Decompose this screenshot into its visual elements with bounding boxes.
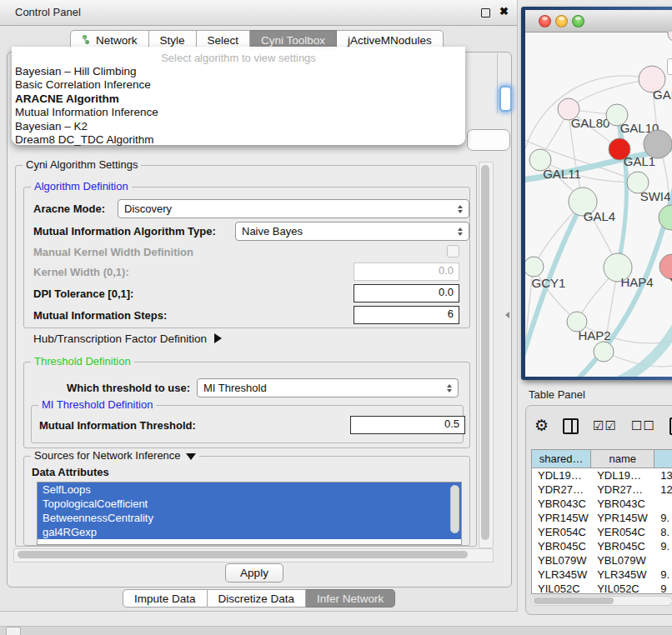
which-threshold-value: MI Threshold bbox=[203, 382, 267, 394]
bottom-tab-label: Impute Data bbox=[134, 592, 196, 605]
which-threshold-select[interactable]: MI Threshold bbox=[197, 378, 459, 398]
close-icon[interactable]: ✖ bbox=[499, 5, 509, 18]
dropdown-item[interactable]: Dream8 DC_TDC Algorithm bbox=[15, 133, 462, 147]
table-row[interactable]: YDL19…YDL19…13 bbox=[532, 468, 672, 482]
dropdown-item[interactable]: ARACNE Algorithm bbox=[15, 92, 462, 106]
attribute-list-item[interactable]: TopologicalCoefficient bbox=[38, 497, 461, 511]
table-header-cell[interactable]: shared… bbox=[532, 450, 591, 468]
table-toolbar: ⚙ ☑☑ ☐☐ bbox=[534, 416, 672, 436]
hidden-combobox-fragment bbox=[467, 129, 510, 151]
network-node[interactable] bbox=[659, 205, 672, 230]
panel-divider-collapse-icon[interactable] bbox=[505, 312, 509, 318]
close-traffic-light-icon[interactable] bbox=[539, 15, 551, 28]
attribute-list-item[interactable]: gal4RGexp bbox=[38, 525, 461, 539]
network-window-titlebar[interactable] bbox=[525, 10, 672, 32]
zoom-traffic-light-icon[interactable] bbox=[572, 15, 584, 28]
hub-definition-toggle[interactable]: Hub/Transcription Factor Definition bbox=[33, 332, 222, 345]
table-header-cell[interactable] bbox=[654, 450, 672, 468]
table-row[interactable]: YBR045CYBR045C9. bbox=[532, 539, 672, 553]
table-cell: YER054C bbox=[591, 525, 654, 539]
bottom-tab-discretize-data[interactable]: Discretize Data bbox=[208, 589, 307, 608]
dropdown-item-list: Bayesian – Hill ClimbingBasic Correlatio… bbox=[15, 65, 462, 147]
table-row[interactable]: YDR27…YDR27…12 bbox=[532, 482, 672, 497]
mi-threshold-input[interactable]: 0.5 bbox=[350, 416, 465, 434]
table-cell: 9. bbox=[654, 568, 672, 582]
gear-icon[interactable]: ⚙ bbox=[534, 418, 549, 434]
network-node[interactable] bbox=[644, 130, 672, 158]
mi-type-select[interactable]: Naive Bayes bbox=[235, 222, 469, 241]
table-cell: YLR345W bbox=[532, 568, 591, 582]
table-cell: YDR27… bbox=[591, 482, 654, 497]
table-body: YDL19…YDL19…13YDR27…YDR27…12YBR043CYBR04… bbox=[532, 468, 672, 594]
sources-legend[interactable]: Sources for Network Inference bbox=[31, 449, 199, 462]
settings-vertical-scrollbar[interactable] bbox=[479, 162, 494, 548]
dpi-tolerance-input[interactable]: 0.0 bbox=[354, 284, 459, 302]
bottom-tabbar: Impute DataDiscretize DataInfer Network bbox=[123, 589, 395, 608]
mi-type-value: Naive Bayes bbox=[242, 225, 303, 238]
network-view-window: GALGAL80GAL10GAL1GAL11SWI4GAL4GCY1HAP4YH… bbox=[521, 7, 672, 380]
table-row[interactable]: YER054CYER054C8. bbox=[532, 525, 672, 539]
table-panel-title: Table Panel bbox=[529, 388, 585, 401]
aracne-mode-select[interactable]: Discovery bbox=[118, 199, 469, 218]
table-row[interactable]: YIL052CYIL052C9 bbox=[532, 582, 672, 594]
table-cell bbox=[654, 497, 672, 511]
network-node-gcy1[interactable] bbox=[525, 257, 544, 277]
table-row[interactable]: YLR345WYLR345W9. bbox=[532, 568, 672, 582]
status-bar-strip bbox=[0, 626, 672, 635]
settings-horizontal-thumb[interactable] bbox=[18, 551, 468, 558]
table-cell: YLR345W bbox=[591, 568, 654, 582]
table-header-cell[interactable]: name bbox=[591, 450, 654, 468]
list-scrollbar-thumb[interactable] bbox=[450, 485, 459, 533]
table-cell: YIL052C bbox=[591, 582, 654, 594]
bottom-tab-label: Discretize Data bbox=[218, 592, 295, 605]
tab-label: Network bbox=[96, 34, 138, 47]
dropdown-item[interactable]: Mutual Information Inference bbox=[15, 106, 462, 119]
network-canvas[interactable]: GALGAL80GAL10GAL1GAL11SWI4GAL4GCY1HAP4YH… bbox=[525, 32, 672, 377]
aracne-mode-value: Discovery bbox=[124, 202, 172, 215]
bottom-tab-impute-data[interactable]: Impute Data bbox=[123, 589, 208, 608]
table-row[interactable]: YBL079WYBL079W bbox=[532, 553, 672, 568]
network-node-label: GCY1 bbox=[532, 276, 566, 290]
attribute-list-item[interactable]: BetweennessCentrality bbox=[38, 511, 461, 525]
deselect-all-checkboxes-icon[interactable]: ☐☐ bbox=[631, 418, 655, 433]
network-graph: GALGAL80GAL10GAL1GAL11SWI4GAL4GCY1HAP4YH… bbox=[525, 32, 672, 377]
corner-panel-icon[interactable] bbox=[6, 627, 21, 635]
which-threshold-label: Which threshold to use: bbox=[67, 382, 190, 394]
kernel-width-input[interactable]: 0.0 bbox=[354, 262, 459, 281]
table-horizontal-thumb[interactable] bbox=[534, 598, 614, 604]
tab-label: Style bbox=[160, 34, 185, 47]
minimize-traffic-light-icon[interactable] bbox=[555, 15, 568, 28]
table-row[interactable]: YBR043CYBR043C bbox=[532, 497, 672, 511]
table-cell: 9. bbox=[654, 539, 672, 553]
table-row[interactable]: YPR145WYPR145W9. bbox=[532, 511, 672, 525]
algorithm-definition-legend: Algorithm Definition bbox=[31, 180, 132, 192]
dropdown-item[interactable]: Bayesian – Hill Climbing bbox=[15, 65, 462, 78]
table-cell: YDR27… bbox=[532, 482, 591, 497]
table-horizontal-scrollbar[interactable] bbox=[531, 596, 672, 606]
control-panel-window: Control Panel ✖ NetworkStyleSelectCyni T… bbox=[0, 0, 518, 612]
table-cell: 9. bbox=[654, 511, 672, 525]
manual-kernel-width-checkbox[interactable] bbox=[447, 245, 459, 258]
apply-button[interactable]: Apply bbox=[225, 563, 283, 582]
attribute-list-item[interactable]: SelfLoops bbox=[38, 482, 461, 497]
bottom-tab-infer-network[interactable]: Infer Network bbox=[306, 589, 395, 608]
columns-icon[interactable] bbox=[563, 418, 579, 434]
settings-horizontal-scrollbar[interactable] bbox=[13, 548, 494, 562]
network-node[interactable] bbox=[594, 342, 614, 362]
network-icon bbox=[82, 35, 92, 45]
network-node-label: HAP2 bbox=[578, 328, 610, 342]
select-all-checkboxes-icon[interactable]: ☑☑ bbox=[593, 418, 617, 433]
settings-vertical-thumb[interactable] bbox=[481, 165, 489, 540]
network-node[interactable] bbox=[668, 32, 672, 42]
table-cell: YBL079W bbox=[532, 553, 591, 568]
dropdown-item[interactable]: Bayesian – K2 bbox=[15, 120, 462, 133]
cyni-algorithm-settings-legend: Cyni Algorithm Settings bbox=[23, 158, 141, 171]
float-window-icon[interactable] bbox=[481, 8, 490, 18]
mi-steps-label: Mutual Information Steps: bbox=[33, 309, 167, 322]
bottom-tab-label: Infer Network bbox=[317, 592, 384, 605]
table-header-row: shared…name bbox=[532, 450, 672, 468]
table-cell: YBL079W bbox=[591, 553, 654, 568]
network-node-label: GAL11 bbox=[543, 167, 581, 181]
dropdown-item[interactable]: Basic Correlation Inference bbox=[15, 78, 462, 92]
mi-steps-input[interactable]: 6 bbox=[354, 306, 459, 324]
